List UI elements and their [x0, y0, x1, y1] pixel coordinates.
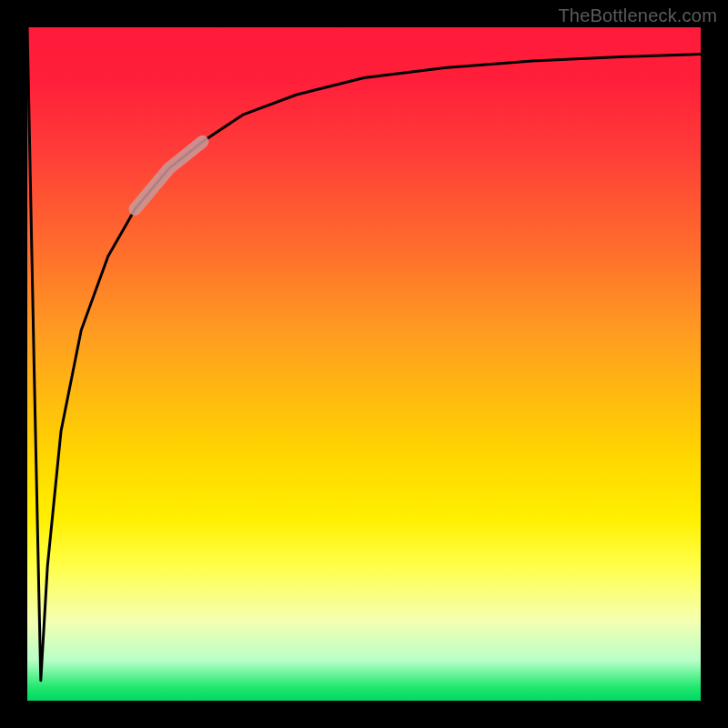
watermark-text: TheBottleneck.com	[558, 5, 717, 26]
plot-area	[27, 27, 701, 701]
primary-curve	[27, 27, 701, 681]
curve-svg	[27, 27, 701, 701]
highlight-segment	[135, 142, 202, 209]
chart-frame: TheBottleneck.com	[0, 0, 728, 728]
